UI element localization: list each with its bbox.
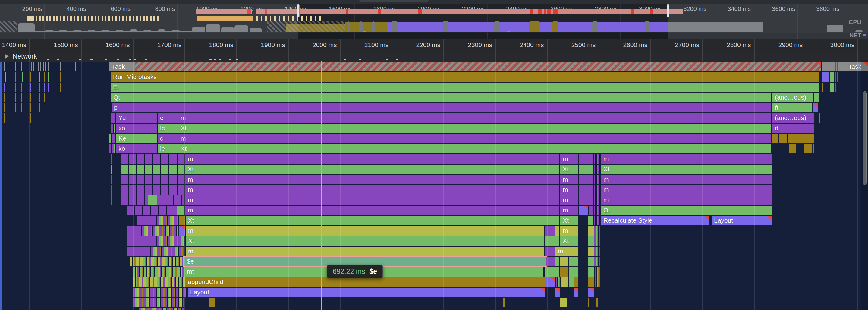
flame-bar[interactable] (835, 62, 836, 72)
flame-bar[interactable] (772, 134, 778, 143)
flame-bar[interactable] (588, 247, 594, 256)
flame-bar[interactable] (594, 195, 600, 205)
flame-bar[interactable]: Run Microtasks (111, 73, 819, 82)
flame-bar[interactable] (822, 73, 830, 82)
flame-bar[interactable]: Xt (186, 216, 559, 225)
flame-bar[interactable] (569, 267, 578, 277)
flame-bar[interactable]: m (601, 154, 772, 164)
flame-bar[interactable] (179, 226, 185, 235)
flame-bar[interactable]: Xt (185, 165, 559, 174)
playhead-line[interactable] (321, 61, 322, 310)
flame-bar[interactable]: xo (116, 124, 157, 133)
flame-bar[interactable] (111, 195, 112, 205)
flame-bar[interactable]: Recalculate Style (601, 216, 709, 225)
flame-bar[interactable]: m (186, 247, 544, 256)
flame-bar[interactable] (835, 83, 836, 92)
flame-bar[interactable]: Xt (178, 144, 771, 153)
detail-time-ruler[interactable]: 1400 ms1500 ms1600 ms1700 ms1800 ms1900 … (0, 38, 868, 51)
flame-bar[interactable] (22, 83, 22, 92)
flame-bar[interactable] (545, 226, 555, 235)
flame-bar[interactable] (555, 288, 560, 297)
flame-bar[interactable] (830, 73, 834, 82)
flame-bar[interactable] (112, 144, 116, 153)
flame-bar[interactable] (555, 257, 559, 266)
flame-bar[interactable] (594, 206, 600, 215)
flame-bar[interactable] (137, 216, 156, 225)
flame-bar[interactable] (4, 113, 5, 123)
flame-bar[interactable]: Task (110, 62, 135, 72)
flame-bar[interactable] (594, 247, 600, 256)
flame-bar[interactable] (574, 288, 578, 297)
flame-bar[interactable]: m (555, 247, 578, 256)
flame-bar[interactable]: Layout (188, 288, 545, 297)
flame-bar[interactable]: le (158, 124, 178, 133)
flame-bar[interactable] (555, 236, 559, 246)
flame-bar[interactable] (177, 206, 184, 215)
flame-bar[interactable] (15, 73, 16, 82)
network-request-mark[interactable] (145, 59, 147, 60)
flame-bar[interactable] (569, 257, 578, 266)
flame-bar[interactable] (22, 73, 23, 82)
scrollbar-thumb[interactable] (863, 91, 867, 185)
selection-window-handle[interactable] (667, 4, 670, 17)
flame-bar[interactable]: m (560, 206, 578, 215)
flame-bar[interactable]: m (560, 226, 578, 235)
flame-bar[interactable] (75, 62, 76, 72)
flame-bar[interactable] (130, 257, 184, 266)
flame-bar[interactable] (110, 144, 111, 153)
flame-bar[interactable] (835, 73, 836, 82)
flame-bar[interactable] (4, 103, 5, 112)
flame-bar[interactable]: m (185, 175, 559, 184)
flame-bar[interactable] (148, 195, 157, 205)
flame-bar[interactable] (588, 216, 593, 225)
network-request-mark[interactable] (344, 59, 346, 60)
flame-bar[interactable]: m (186, 226, 544, 235)
flame-bar[interactable] (15, 93, 16, 102)
selection-window-handle[interactable] (297, 4, 300, 17)
flame-bar[interactable]: m (178, 113, 771, 123)
flame-bar[interactable]: m (601, 175, 772, 184)
flame-bar[interactable] (121, 195, 148, 205)
flame-bar[interactable] (44, 73, 44, 82)
network-request-mark[interactable] (57, 59, 59, 60)
flame-bar[interactable] (111, 124, 116, 133)
flame-bar[interactable]: Xt (601, 165, 772, 174)
flame-bar[interactable]: m (560, 175, 578, 184)
flame-bar[interactable] (60, 83, 61, 92)
flame-bar[interactable] (157, 236, 184, 246)
flame-bar[interactable] (30, 83, 31, 92)
flame-bar[interactable] (127, 247, 150, 256)
flame-bar[interactable] (545, 247, 555, 256)
flame-bar[interactable] (127, 206, 177, 215)
flame-bar[interactable] (837, 62, 838, 72)
flame-bar[interactable] (121, 165, 184, 174)
flame-bar[interactable] (594, 185, 600, 195)
network-request-mark[interactable] (229, 59, 231, 60)
flame-bar[interactable]: m (560, 195, 578, 205)
flame-bar[interactable] (44, 83, 44, 92)
flame-bar[interactable] (121, 175, 184, 184)
flame-bar[interactable]: Et (111, 83, 819, 92)
flame-bar[interactable] (595, 298, 598, 307)
flame-bar[interactable]: Ke (116, 134, 157, 143)
flame-bar[interactable] (588, 267, 594, 277)
flame-bar[interactable] (138, 308, 184, 310)
flame-bar[interactable] (588, 288, 594, 297)
flame-bar[interactable] (127, 236, 156, 246)
flame-bar[interactable] (133, 277, 185, 287)
flame-bar[interactable] (24, 62, 24, 72)
flame-bar[interactable] (121, 185, 184, 195)
flame-bar[interactable]: Xt (560, 165, 578, 174)
network-request-mark[interactable] (90, 59, 93, 60)
flame-bar[interactable]: ko (116, 144, 157, 153)
flame-bar[interactable] (779, 134, 787, 143)
flame-bar[interactable]: Yu (116, 113, 157, 123)
flame-bar[interactable] (43, 62, 44, 72)
flame-bar[interactable] (814, 93, 819, 102)
flame-bar[interactable]: Xt (178, 124, 771, 133)
flame-bar[interactable] (30, 73, 31, 82)
flame-bar[interactable] (588, 257, 594, 266)
flame-bar[interactable] (837, 73, 838, 82)
flame-bar[interactable] (595, 267, 600, 277)
flame-bar[interactable] (595, 277, 600, 287)
